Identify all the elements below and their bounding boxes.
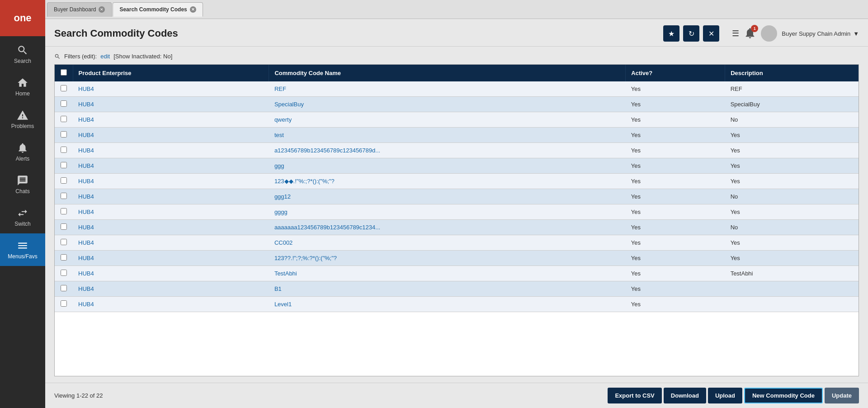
table-row: HUB4 qwerty Yes No (55, 112, 859, 128)
notification-badge: 1 (751, 25, 758, 32)
sidebar-item-problems[interactable]: Problems (0, 103, 45, 136)
row-code-name: a123456789b123456789c123456789d... (269, 143, 626, 158)
row-description: Yes (725, 251, 859, 266)
row-checkbox[interactable] (61, 147, 67, 153)
code-name-link[interactable]: 123??.!";?;%:?*():("%;"? (274, 255, 337, 261)
col-active: Active? (626, 65, 725, 81)
row-description: No (725, 220, 859, 235)
row-checkbox[interactable] (61, 85, 67, 91)
row-description: Yes (725, 174, 859, 189)
row-checkbox-cell (55, 281, 73, 297)
table-row: HUB4 gggg Yes Yes (55, 204, 859, 220)
code-name-link[interactable]: aaaaaaa123456789b123456789c1234... (274, 224, 380, 231)
favorite-button[interactable]: ★ (663, 25, 679, 42)
col-checkbox (55, 65, 73, 81)
row-description (725, 281, 859, 297)
export-csv-button[interactable]: Export to CSV (608, 388, 661, 403)
row-checkbox[interactable] (61, 116, 67, 122)
enterprise-link[interactable]: HUB4 (78, 101, 94, 108)
footer: Viewing 1-22 of 22 Export to CSV Downloa… (45, 383, 868, 408)
code-name-link[interactable]: a123456789b123456789c123456789d... (274, 147, 380, 154)
enterprise-link[interactable]: HUB4 (78, 85, 94, 92)
close-page-button[interactable]: ✕ (703, 25, 719, 42)
row-checkbox[interactable] (61, 254, 67, 261)
row-active: Yes (626, 235, 725, 251)
update-button[interactable]: Update (825, 388, 859, 403)
sidebar-item-chats[interactable]: Chats (0, 168, 45, 201)
tab-search-commodity-close[interactable]: ✕ (190, 6, 196, 13)
filter-edit-link[interactable]: edit (100, 53, 110, 60)
enterprise-link[interactable]: HUB4 (78, 239, 94, 246)
footer-buttons: Export to CSV Download Upload New Commod… (608, 388, 859, 403)
enterprise-link[interactable]: HUB4 (78, 255, 94, 261)
tab-buyer-dashboard[interactable]: Buyer Dashboard ✕ (47, 2, 112, 17)
enterprise-link[interactable]: HUB4 (78, 132, 94, 138)
sidebar-item-alerts[interactable]: Alerts (0, 136, 45, 168)
row-description: Yes (725, 128, 859, 143)
enterprise-link[interactable]: HUB4 (78, 224, 94, 231)
row-checkbox[interactable] (61, 223, 67, 230)
row-enterprise: HUB4 (73, 297, 269, 312)
enterprise-link[interactable]: HUB4 (78, 285, 94, 292)
code-name-link[interactable]: B1 (274, 285, 282, 292)
sidebar-item-switch[interactable]: Switch (0, 201, 45, 233)
code-name-link[interactable]: test (274, 132, 284, 138)
code-name-link[interactable]: ggg12 (274, 193, 291, 200)
row-checkbox-cell (55, 158, 73, 174)
new-commodity-code-button[interactable]: New Commodity Code (744, 388, 823, 403)
code-name-link[interactable]: Level1 (274, 301, 292, 308)
row-active: Yes (626, 204, 725, 220)
sidebar-search-label: Search (14, 58, 31, 64)
row-checkbox[interactable] (61, 131, 67, 138)
code-name-link[interactable]: CC002 (274, 239, 292, 246)
row-active: Yes (626, 266, 725, 281)
refresh-button[interactable]: ↻ (683, 25, 699, 42)
row-checkbox[interactable] (61, 270, 67, 276)
upload-button[interactable]: Upload (708, 388, 742, 403)
select-all-checkbox[interactable] (61, 69, 67, 76)
sidebar-item-search[interactable]: Search (0, 38, 45, 71)
tab-search-commodity[interactable]: Search Commodity Codes ✕ (113, 2, 203, 17)
row-checkbox[interactable] (61, 239, 67, 245)
code-name-link[interactable]: 123◆◆.!"%:;?*():("%;"? (274, 178, 335, 185)
row-checkbox[interactable] (61, 100, 67, 107)
row-checkbox[interactable] (61, 177, 67, 184)
row-code-name: aaaaaaa123456789b123456789c1234... (269, 220, 626, 235)
row-checkbox[interactable] (61, 193, 67, 199)
row-enterprise: HUB4 (73, 204, 269, 220)
row-code-name: CC002 (269, 235, 626, 251)
row-description: TestAbhi (725, 266, 859, 281)
user-name: Buyer Suppy Chain Admin (782, 30, 850, 37)
enterprise-link[interactable]: HUB4 (78, 193, 94, 200)
sidebar-menusfavs-label: Menus/Favs (8, 253, 37, 260)
row-checkbox[interactable] (61, 300, 67, 307)
row-active: Yes (626, 174, 725, 189)
tab-buyer-dashboard-close[interactable]: ✕ (99, 6, 105, 13)
enterprise-link[interactable]: HUB4 (78, 209, 94, 215)
tab-bar: Buyer Dashboard ✕ Search Commodity Codes… (45, 0, 868, 19)
row-checkbox[interactable] (61, 162, 67, 168)
code-name-link[interactable]: ggg (274, 162, 284, 169)
user-dropdown-button[interactable]: Buyer Suppy Chain Admin ▼ (782, 30, 859, 37)
code-name-link[interactable]: gggg (274, 209, 288, 215)
row-checkbox[interactable] (61, 285, 67, 291)
table-row: HUB4 123??.!";?;%:?*():("%;"? Yes Yes (55, 251, 859, 266)
row-checkbox[interactable] (61, 208, 67, 214)
row-active: Yes (626, 251, 725, 266)
code-name-link[interactable]: REF (274, 85, 286, 92)
enterprise-link[interactable]: HUB4 (78, 147, 94, 154)
table-row: HUB4 a123456789b123456789c123456789d... … (55, 143, 859, 158)
sidebar-item-menusfavs[interactable]: Menus/Favs (0, 233, 45, 266)
sidebar-item-home[interactable]: Home (0, 71, 45, 103)
enterprise-link[interactable]: HUB4 (78, 178, 94, 185)
enterprise-link[interactable]: HUB4 (78, 270, 94, 277)
download-button[interactable]: Download (664, 388, 706, 403)
code-name-link[interactable]: qwerty (274, 116, 292, 123)
enterprise-link[interactable]: HUB4 (78, 116, 94, 123)
code-name-link[interactable]: SpecialBuy (274, 101, 304, 108)
sidebar-problems-label: Problems (11, 123, 34, 129)
hamburger-menu-button[interactable]: ☰ (732, 28, 739, 38)
code-name-link[interactable]: TestAbhi (274, 270, 297, 277)
enterprise-link[interactable]: HUB4 (78, 301, 94, 308)
enterprise-link[interactable]: HUB4 (78, 162, 94, 169)
